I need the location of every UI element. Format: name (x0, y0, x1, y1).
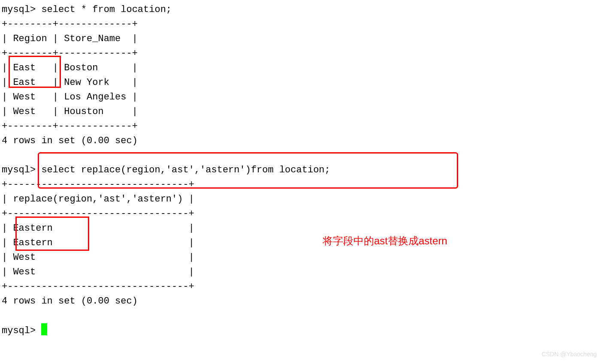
query2-summary: 4 rows in set (0.00 sec) (2, 296, 138, 307)
table2-border-mid: +--------------------------------+ (2, 208, 194, 219)
table1-row: | West | Los Angeles | (2, 92, 138, 102)
table1-border-top: +--------+-------------+ (2, 19, 138, 30)
table2-row: | West | (2, 252, 194, 263)
table1-header: | Region | Store_Name | (2, 33, 138, 44)
table1-border-bot: +--------+-------------+ (2, 121, 138, 132)
prompt[interactable]: mysql> (2, 325, 36, 336)
terminal-output: mysql> select * from location; +--------… (2, 3, 601, 338)
cursor-icon[interactable] (41, 323, 47, 335)
query1-summary: 4 rows in set (0.00 sec) (2, 135, 138, 146)
table2-row: | Eastern | (2, 223, 194, 234)
table2-border-bot: +--------------------------------+ (2, 281, 194, 292)
table2-row: | West | (2, 267, 194, 277)
table1-row: | East | New York | (2, 77, 138, 88)
sql-command-2: select replace(region,'ast','astern')fro… (41, 165, 330, 175)
table2-row: | Eastern | (2, 238, 194, 248)
table1-row: | West | Houston | (2, 106, 138, 117)
table2-border-top: +--------------------------------+ (2, 179, 194, 190)
table2-header: | replace(region,'ast','astern') | (2, 194, 194, 205)
sql-command-1: select * from location; (41, 4, 172, 15)
prompt: mysql> (2, 165, 36, 175)
table1-border-mid: +--------+-------------+ (2, 48, 138, 59)
watermark: CSDN @Ybaocheng (541, 347, 597, 361)
table1-row: | East | Boston | (2, 63, 138, 73)
annotation-text: 将字段中的ast替换成astern (323, 234, 447, 248)
prompt: mysql> (2, 4, 36, 15)
